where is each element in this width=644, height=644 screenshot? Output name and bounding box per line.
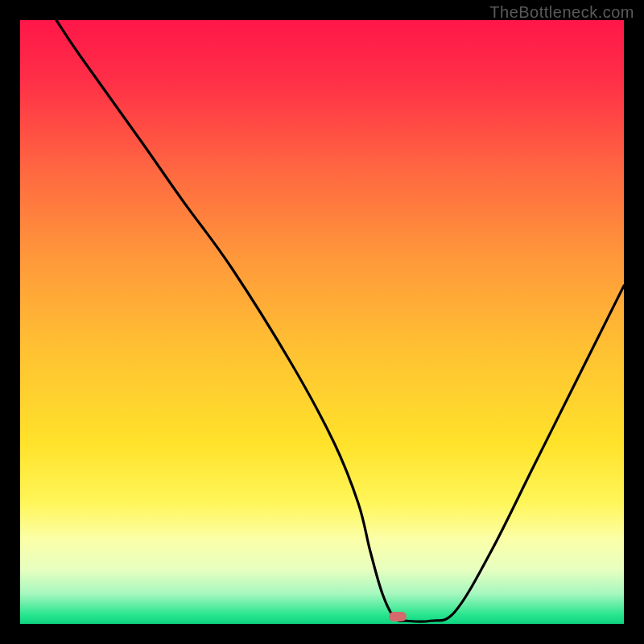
- optimal-point-marker: [389, 612, 407, 621]
- watermark-text: TheBottleneck.com: [489, 3, 634, 22]
- chart-curve: [20, 20, 624, 624]
- chart-frame: [20, 20, 624, 624]
